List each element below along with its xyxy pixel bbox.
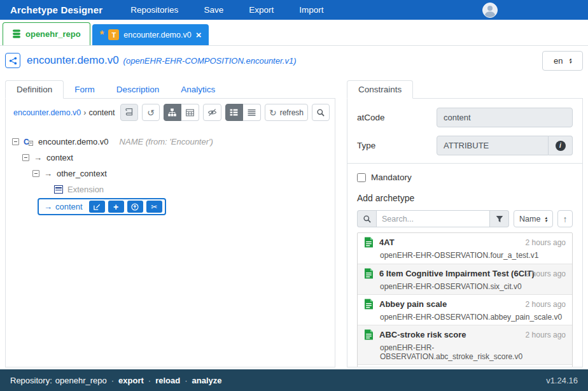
detail-list-button[interactable] bbox=[225, 104, 243, 121]
collapse-icon[interactable] bbox=[12, 138, 19, 145]
user-menu[interactable] bbox=[482, 3, 578, 18]
navbar-menu: Repositories Save Export Import bbox=[122, 1, 340, 18]
search-icon bbox=[317, 109, 325, 117]
search-addon bbox=[357, 210, 376, 227]
user-avatar-icon[interactable] bbox=[482, 3, 498, 18]
archetype-search-input[interactable] bbox=[376, 210, 490, 227]
tree-node-label[interactable]: encounter.demo.v0 bbox=[38, 137, 109, 146]
workspace-tabstrip: openehr_repo * T encounter.demo.v0 × bbox=[0, 20, 588, 46]
footer-separator: · bbox=[185, 376, 187, 385]
cut-node-button[interactable]: ✂ bbox=[146, 201, 162, 213]
dictionary-button[interactable] bbox=[120, 104, 138, 121]
add-node-button[interactable]: + bbox=[108, 201, 124, 213]
archetype-list-item[interactable]: 4AT 2 hours ago openEHR-EHR-OBSERVATION.… bbox=[358, 233, 572, 264]
filter-button[interactable] bbox=[490, 210, 509, 227]
tree-node-label[interactable]: content bbox=[55, 202, 83, 211]
language-select[interactable]: en ▴▾ bbox=[542, 51, 583, 71]
constraints-card: atCode content Type ATTRIBUTE i bbox=[347, 99, 583, 367]
tree-node-label[interactable]: other_context bbox=[57, 169, 107, 178]
collapse-icon[interactable] bbox=[32, 170, 39, 177]
share-icon bbox=[9, 57, 17, 65]
definition-card: encounter.demo.v0 › content ↺ bbox=[5, 99, 335, 367]
archetype-list: 4AT 2 hours ago openEHR-EHR-OBSERVATION.… bbox=[357, 232, 573, 367]
atcode-row: atCode content bbox=[357, 108, 573, 127]
mandatory-row: Mandatory bbox=[357, 173, 573, 182]
tree-node-content-selected: → content + bbox=[12, 197, 328, 216]
tab-definition[interactable]: Definition bbox=[5, 80, 64, 99]
tab-analytics[interactable]: Analytics bbox=[170, 81, 226, 98]
sort-direction-button[interactable]: ↑ bbox=[557, 210, 573, 227]
tree-node-context[interactable]: → context bbox=[12, 150, 328, 166]
tree-view-button[interactable] bbox=[164, 104, 181, 121]
tree-node-label[interactable]: context bbox=[46, 153, 73, 162]
table-view-button[interactable] bbox=[181, 104, 199, 121]
page-title: encounter.demo.v0 bbox=[27, 54, 119, 67]
footer-link-analyze[interactable]: analyze bbox=[192, 376, 222, 385]
tree-node-annotation: NAME (from: 'Encounter') bbox=[120, 137, 213, 146]
archetype-name: 6 Item Cognitive Impairment Test (6CIT) bbox=[379, 269, 535, 278]
justify-icon bbox=[248, 109, 256, 116]
app-brand: Archetype Designer bbox=[10, 4, 102, 15]
sort-value: Name bbox=[519, 215, 540, 224]
nav-item-export[interactable]: Export bbox=[240, 1, 283, 18]
footer-link-reload[interactable]: reload bbox=[155, 376, 180, 385]
definition-toolbar: encounter.demo.v0 › content ↺ bbox=[6, 99, 335, 125]
toggle-hidden-button[interactable] bbox=[203, 104, 221, 121]
footer-separator: · bbox=[111, 376, 114, 385]
page-subtitle: (openEHR-EHR-COMPOSITION.encounter.v1) bbox=[123, 56, 297, 66]
tab-repository[interactable]: openehr_repo bbox=[3, 22, 90, 45]
repo-tab-label: openehr_repo bbox=[25, 29, 81, 39]
promote-node-button[interactable] bbox=[127, 201, 143, 213]
archetype-list-item[interactable]: 6 Item Cognitive Impairment Test (6CIT) … bbox=[358, 264, 572, 294]
selected-tree-node[interactable]: → content + bbox=[38, 198, 166, 215]
share-button[interactable] bbox=[5, 53, 20, 68]
refresh-label: refresh bbox=[280, 108, 304, 117]
modified-marker-icon: * bbox=[100, 32, 104, 38]
breadcrumb-root[interactable]: encounter.demo.v0 bbox=[13, 108, 81, 117]
constraint-fields: atCode content Type ATTRIBUTE i bbox=[347, 99, 582, 164]
breadcrumb: encounter.demo.v0 › content bbox=[13, 108, 115, 117]
archetype-tree: C encounter.demo.v0 NAME (from: 'Encount… bbox=[6, 125, 335, 225]
edit-node-button[interactable] bbox=[89, 201, 105, 213]
tab-constraints[interactable]: Constraints bbox=[347, 80, 413, 99]
constraints-panel: Constraints atCode content Type ATTRIBUT… bbox=[347, 81, 583, 367]
nav-item-import[interactable]: Import bbox=[290, 1, 332, 18]
add-archetype-section: Mandatory Add archetype bbox=[347, 164, 582, 367]
undo-button[interactable]: ↺ bbox=[142, 104, 160, 121]
type-info-button[interactable]: i bbox=[549, 136, 573, 155]
archetype-list-item[interactable]: ABC-stroke risk score 2 hours ago openEH… bbox=[358, 325, 572, 364]
tab-form[interactable]: Form bbox=[64, 81, 106, 98]
close-tab-icon[interactable]: × bbox=[196, 31, 202, 39]
titlebar: encounter.demo.v0 (openEHR-EHR-COMPOSITI… bbox=[0, 46, 588, 75]
table-icon bbox=[186, 109, 194, 117]
footer-separator: · bbox=[148, 376, 151, 385]
archetype-list-item[interactable]: ABCD2 score 2 hours ago bbox=[358, 364, 572, 367]
tree-node-label[interactable]: Extension bbox=[67, 185, 104, 194]
tree-node-root[interactable]: C encounter.demo.v0 NAME (from: 'Encount… bbox=[12, 134, 328, 150]
sort-select[interactable]: Name ▴▾ bbox=[514, 210, 553, 227]
nav-item-repositories[interactable]: Repositories bbox=[122, 1, 187, 18]
document-icon bbox=[364, 237, 374, 248]
refresh-button[interactable]: ↻ refresh bbox=[265, 104, 308, 121]
compact-list-button[interactable] bbox=[243, 104, 261, 121]
tab-description[interactable]: Description bbox=[106, 81, 171, 98]
collapse-icon[interactable] bbox=[22, 154, 29, 161]
search-group bbox=[357, 210, 509, 227]
document-icon bbox=[364, 329, 374, 340]
add-archetype-title: Add archetype bbox=[357, 193, 573, 203]
archetype-name: 4AT bbox=[379, 238, 395, 247]
tab-archetype[interactable]: * T encounter.demo.v0 × bbox=[92, 24, 209, 45]
tree-node-extension[interactable]: Extension bbox=[12, 181, 328, 197]
search-tree-button[interactable] bbox=[312, 104, 330, 121]
archetype-list-item[interactable]: Abbey pain scale 2 hours ago openEHR-EHR… bbox=[358, 294, 572, 325]
archetype-time: 2 hours ago bbox=[526, 238, 566, 247]
arrow-up-circle-icon bbox=[131, 203, 139, 211]
archetype-time: 2 hours ago bbox=[526, 300, 566, 309]
type-row: Type ATTRIBUTE i bbox=[357, 136, 573, 155]
tree-node-other-context[interactable]: → other_context bbox=[12, 166, 328, 181]
nav-item-save[interactable]: Save bbox=[195, 1, 232, 18]
footer-link-export[interactable]: export bbox=[118, 376, 144, 385]
archetype-time: 2 hours ago bbox=[526, 269, 566, 278]
mandatory-checkbox[interactable] bbox=[357, 173, 366, 182]
search-icon bbox=[363, 215, 371, 223]
